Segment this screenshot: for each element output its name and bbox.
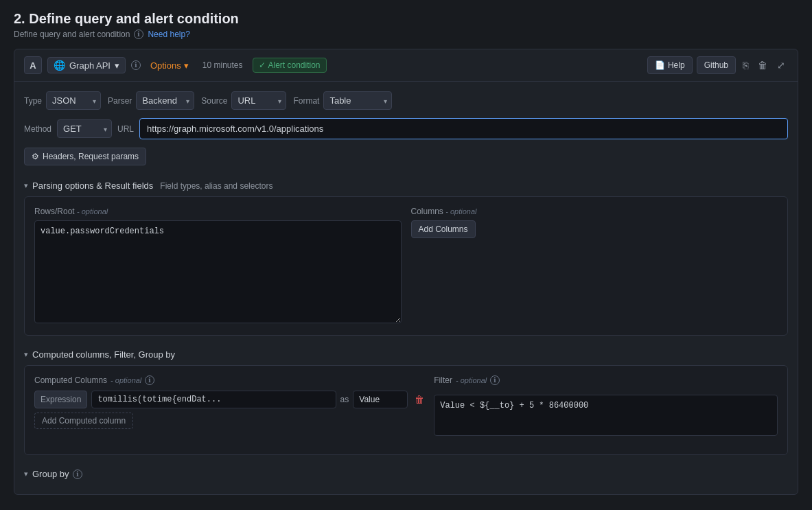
datasource-name-label: Graph API [69, 60, 111, 71]
filter-area: Filter - optional ℹ Value < ${__to} + 5 … [434, 375, 778, 438]
add-columns-button[interactable]: Add Columns [411, 220, 476, 238]
source-label: Source [201, 96, 227, 106]
github-button[interactable]: Github [697, 56, 736, 74]
page-subtitle: Define query and alert condition ℹ Need … [14, 30, 798, 39]
group-by-section: ▾ Group by ℹ [24, 463, 788, 485]
rows-root-label: Rows/Root - optional [34, 207, 402, 216]
copy-button[interactable]: ⎘ [740, 57, 751, 73]
a-badge: A [24, 56, 42, 74]
computed-columns-area: Computed Columns - optional ℹ Expression… [34, 375, 427, 438]
group-by-title: Group by [32, 469, 69, 479]
type-parser-row: Type JSON Parser Backend [24, 91, 788, 110]
card-header: A 🌐 Graph API ▾ ℹ Options ▾ 10 minutes ✓… [14, 49, 798, 82]
gear-icon: ⚙ [32, 152, 39, 161]
delete-query-button[interactable]: 🗑 [755, 57, 770, 73]
rows-root-textarea[interactable]: value.passwordCredentials [34, 220, 402, 323]
format-label: Format [293, 96, 319, 106]
need-help-link[interactable]: Need help? [148, 30, 189, 39]
parser-label: Parser [108, 96, 132, 106]
parsing-title: Parsing options & Result fields [32, 181, 153, 191]
type-label: Type [24, 96, 42, 106]
check-icon: ✓ [259, 60, 266, 70]
add-computed-button[interactable]: Add Computed column [34, 413, 133, 429]
filter-info-icon: ℹ [490, 375, 500, 385]
options-button[interactable]: Options ▾ [146, 58, 193, 73]
value-alias-input[interactable] [353, 391, 408, 408]
as-label: as [340, 395, 349, 404]
columns-label: Columns - optional [411, 207, 778, 216]
method-label: Method [24, 124, 51, 134]
parsing-section: ▾ Parsing options & Result fields Field … [24, 175, 788, 336]
type-select[interactable]: JSON [46, 91, 101, 110]
method-select[interactable]: GET [57, 119, 112, 138]
filter-textarea[interactable]: Value < ${__to} + 5 * 86400000 [434, 395, 778, 436]
expression-input[interactable] [91, 391, 336, 408]
computed-section-body: Computed Columns - optional ℹ Expression… [24, 365, 788, 455]
options-chevron-icon: ▾ [184, 60, 189, 71]
computed-title: Computed columns, Filter, Group by [32, 349, 175, 360]
datasource-chevron-icon: ▾ [115, 60, 119, 71]
alert-condition-badge: ✓ Alert condition [253, 58, 327, 73]
url-input[interactable] [139, 118, 788, 139]
help-button[interactable]: 📄 Help [647, 56, 693, 74]
main-card: A 🌐 Graph API ▾ ℹ Options ▾ 10 minutes ✓… [14, 49, 798, 495]
computed-columns-info-icon: ℹ [145, 375, 154, 385]
group-by-info-icon: ℹ [73, 470, 82, 479]
filter-label: Filter - optional ℹ [434, 375, 778, 385]
time-badge: 10 minutes [198, 58, 247, 72]
datasource-selector[interactable]: 🌐 Graph API ▾ [47, 57, 126, 73]
header-info-icon: ℹ [131, 60, 141, 70]
card-body: Type JSON Parser Backend [14, 82, 798, 494]
subtitle-info-icon: ℹ [134, 30, 143, 39]
parsing-chevron-icon: ▾ [24, 181, 28, 190]
parsing-subtitle: Field types, alias and selectors [160, 181, 272, 191]
computed-chevron-icon: ▾ [24, 350, 28, 359]
expression-tag: Expression [34, 391, 87, 408]
datasource-icon: 🌐 [54, 60, 65, 71]
parsing-section-header[interactable]: ▾ Parsing options & Result fields Field … [24, 175, 788, 196]
expand-button[interactable]: ⤢ [774, 57, 788, 73]
delete-computed-button[interactable]: 🗑 [412, 393, 427, 406]
format-select[interactable]: Table [323, 91, 392, 110]
page-title: 2. Define query and alert condition [14, 11, 798, 27]
group-by-section-header[interactable]: ▾ Group by ℹ [24, 463, 788, 485]
parser-select[interactable]: Backend [136, 91, 194, 110]
url-label: URL [117, 124, 134, 134]
parsing-section-body: Rows/Root - optional value.passwordCrede… [24, 196, 788, 336]
group-by-chevron-icon: ▾ [24, 470, 28, 478]
help-doc-icon: 📄 [655, 60, 665, 70]
method-url-row: Method GET URL [24, 118, 788, 139]
source-select[interactable]: URL [231, 91, 286, 110]
computed-columns-label: Computed Columns - optional ℹ [34, 375, 427, 385]
computed-section-header[interactable]: ▾ Computed columns, Filter, Group by [24, 344, 788, 365]
headers-button[interactable]: ⚙ Headers, Request params [24, 148, 146, 165]
computed-section: ▾ Computed columns, Filter, Group by Com… [24, 344, 788, 455]
